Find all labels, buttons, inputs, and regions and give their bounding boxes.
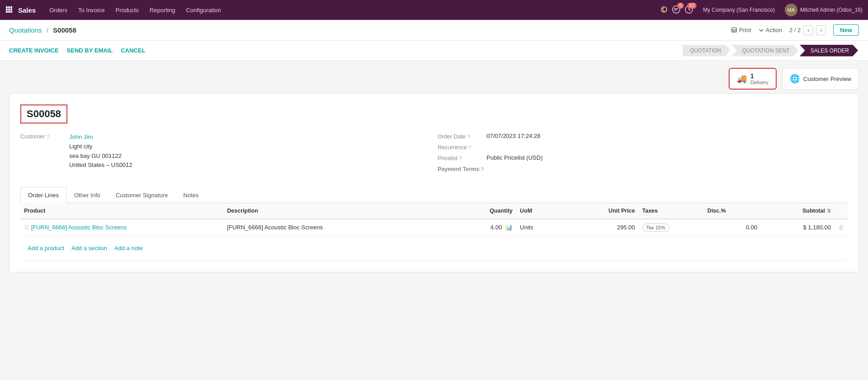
- tax-badge: Tax 15%: [642, 223, 669, 232]
- order-date-value: 07/07/2023 17:24:28: [487, 133, 541, 139]
- activities-badge: 47: [687, 3, 697, 9]
- row-quantity: 4.00 📊: [451, 219, 517, 236]
- add-links-cell: Add a product Add a section Add a note: [20, 236, 848, 261]
- breadcrumb: Quotations / S00058: [9, 26, 76, 34]
- chat-badge: 5: [677, 3, 684, 9]
- table-body: ☰ [FURN_6666] Acoustic Bloc Screens [FUR…: [20, 219, 848, 236]
- user-menu[interactable]: MA Mitchell Admin (Odoo_16): [785, 4, 863, 16]
- form-right: Order Date ? 07/07/2023 17:24:28 Recurre…: [438, 133, 848, 176]
- pager-text: 2 / 2: [789, 27, 801, 33]
- delivery-smart-button[interactable]: 🚚 1 Delivery: [729, 68, 777, 90]
- nav-orders[interactable]: Orders: [45, 4, 72, 16]
- breadcrumb-bar: Quotations / S00058 Print Action 2 / 2 ‹…: [0, 20, 868, 41]
- status-quotation[interactable]: QUOTATION: [683, 45, 730, 57]
- row-delete-action: 🗑: [835, 219, 848, 236]
- order-form-fields: Customer ? John Jim Light city sea bay G…: [20, 133, 848, 176]
- order-number: S00058: [20, 104, 67, 124]
- cancel-button[interactable]: CANCEL: [121, 44, 152, 57]
- bug-icon[interactable]: 🐛: [660, 6, 668, 14]
- clock-icon[interactable]: 47: [685, 5, 693, 15]
- table-row: ☰ [FURN_6666] Acoustic Bloc Screens [FUR…: [20, 219, 848, 236]
- svg-rect-8: [10, 11, 12, 13]
- product-link[interactable]: [FURN_6666] Acoustic Bloc Screens: [31, 224, 127, 231]
- form-left: Customer ? John Jim Light city sea bay G…: [20, 133, 431, 176]
- row-uom: Units: [516, 219, 573, 236]
- delete-icon[interactable]: 🗑: [838, 224, 844, 231]
- breadcrumb-parent[interactable]: Quotations: [9, 26, 42, 34]
- drag-handle[interactable]: ☰: [24, 224, 29, 231]
- col-header-subtotal: Subtotal ⇅: [761, 203, 835, 219]
- user-avatar: MA: [785, 4, 797, 16]
- add-section-link[interactable]: Add a section: [71, 245, 107, 252]
- create-invoice-button[interactable]: CREATE INVOICE: [9, 44, 65, 57]
- nav-to-invoice[interactable]: To Invoice: [74, 4, 109, 16]
- print-button[interactable]: Print: [731, 27, 751, 33]
- print-label: Print: [739, 27, 751, 33]
- customer-name-link[interactable]: John Jim: [69, 133, 93, 140]
- col-header-uom: UoM: [516, 203, 573, 219]
- action-dropdown-button[interactable]: Action: [759, 27, 782, 33]
- order-date-help-icon[interactable]: ?: [467, 134, 470, 139]
- order-date-row: Order Date ? 07/07/2023 17:24:28: [438, 133, 848, 140]
- svg-rect-15: [733, 32, 735, 32]
- customer-address-line3: United States – US0012: [69, 161, 132, 170]
- breadcrumb-separator: /: [47, 26, 48, 34]
- col-header-disc: Disc.%: [704, 203, 761, 219]
- tab-notes[interactable]: Notes: [175, 187, 206, 203]
- col-header-actions: [835, 203, 848, 219]
- send-by-email-button[interactable]: SEND BY EMAIL: [67, 44, 119, 57]
- row-product: ☰ [FURN_6666] Acoustic Bloc Screens: [20, 219, 223, 236]
- row-description: [FURN_6666] Acoustic Bloc Screens: [223, 219, 451, 236]
- navbar: Sales Orders To Invoice Products Reporti…: [0, 0, 868, 20]
- payment-terms-row: Payment Terms ?: [438, 165, 848, 172]
- tab-order-lines[interactable]: Order Lines: [20, 187, 66, 203]
- nav-products[interactable]: Products: [111, 4, 143, 16]
- customer-help-icon[interactable]: ?: [47, 134, 49, 139]
- col-header-product: Product: [20, 203, 223, 219]
- row-unit-price: 295.00: [573, 219, 638, 236]
- pager-next-button[interactable]: ›: [816, 25, 826, 35]
- svg-rect-4: [8, 9, 10, 10]
- add-product-link[interactable]: Add a product: [28, 245, 64, 252]
- delivery-count: 1: [750, 72, 754, 80]
- payment-terms-help-icon[interactable]: ?: [481, 166, 484, 172]
- nav-configuration[interactable]: Configuration: [181, 4, 225, 16]
- tab-list: Order Lines Other Info Customer Signatur…: [20, 187, 848, 203]
- recurrence-row: Recurrence ?: [438, 143, 848, 151]
- globe-icon: 🌐: [790, 74, 800, 84]
- svg-text:🐛: 🐛: [661, 7, 667, 13]
- grid-icon[interactable]: [5, 6, 13, 14]
- recurrence-help-icon[interactable]: ?: [469, 145, 471, 150]
- tabs: Order Lines Other Info Customer Signatur…: [20, 187, 848, 203]
- forecast-icon[interactable]: 📊: [505, 224, 512, 231]
- customer-address-line2: sea bay GU 001122: [69, 152, 132, 161]
- pager-prev-button[interactable]: ‹: [803, 25, 813, 35]
- subtotal-sort-icon[interactable]: ⇅: [827, 208, 831, 214]
- chat-icon[interactable]: 5: [672, 5, 680, 15]
- customer-preview-button[interactable]: 🌐 Customer Preview: [782, 68, 859, 90]
- svg-rect-1: [8, 6, 10, 8]
- company-name: My Company (San Francisco): [703, 7, 775, 13]
- customer-address-line1: Light city: [69, 142, 132, 152]
- status-quotation-sent[interactable]: QUOTATION SENT: [731, 45, 799, 57]
- user-name: Mitchell Admin (Odoo_16): [800, 7, 863, 13]
- pricelist-label: Pricelist ?: [438, 154, 483, 162]
- status-sales-order[interactable]: SALES ORDER: [800, 45, 858, 57]
- pricelist-help-icon[interactable]: ?: [459, 156, 462, 161]
- smart-buttons: 🚚 1 Delivery 🌐 Customer Preview: [9, 68, 859, 90]
- new-button[interactable]: New: [833, 24, 859, 36]
- payment-terms-label: Payment Terms ?: [438, 165, 484, 172]
- customer-field-row: Customer ? John Jim Light city sea bay G…: [20, 133, 431, 170]
- svg-rect-3: [6, 9, 8, 10]
- tab-customer-signature[interactable]: Customer Signature: [108, 187, 176, 203]
- tab-other-info[interactable]: Other Info: [66, 187, 108, 203]
- add-row: Add a product Add a section Add a note: [20, 236, 848, 261]
- table-header: Product Description Quantity UoM Unit Pr…: [20, 203, 848, 219]
- svg-rect-14: [733, 31, 735, 31]
- customer-preview-label: Customer Preview: [803, 76, 851, 82]
- svg-rect-5: [10, 9, 12, 10]
- customer-label: Customer ?: [20, 133, 66, 140]
- nav-reporting[interactable]: Reporting: [145, 4, 180, 16]
- add-note-link[interactable]: Add a note: [114, 245, 143, 252]
- row-taxes: Tax 15%: [639, 219, 704, 236]
